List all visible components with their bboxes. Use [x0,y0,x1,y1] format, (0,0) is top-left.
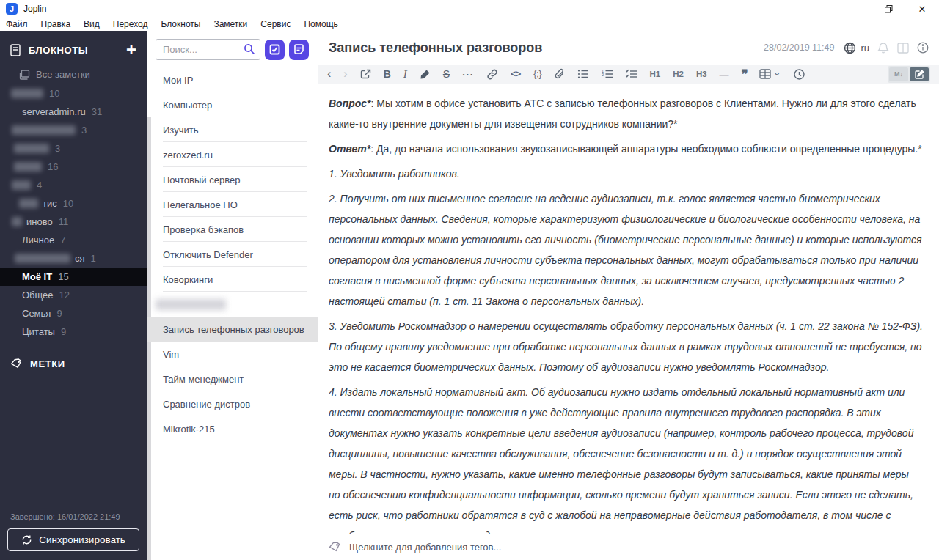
insert-datetime-icon[interactable] [794,69,805,80]
tag-icon [329,542,341,553]
menu-goto[interactable]: Переход [113,19,148,29]
menu-view[interactable]: Вид [84,19,100,29]
note-row-selected[interactable]: Запись телефонных разговоров [147,317,318,342]
notebook-icon [10,44,21,56]
sidebar-item-semya[interactable]: Семья 9 [0,304,147,323]
note-row[interactable]: Нелегальное ПО [147,192,318,217]
tags-header-label: МЕТКИ [30,358,65,369]
external-edit-icon[interactable] [360,69,371,80]
restore-button[interactable] [872,0,905,18]
tag-icon [10,358,23,369]
sidebar-item-inovo[interactable]: иново 11 [0,213,147,231]
menu-notes[interactable]: Заметки [213,19,247,29]
search-box [156,39,260,60]
checklist-icon[interactable] [626,69,637,79]
paragraph-question: Вопрос*: Мы хотим в офисе установить АТС… [329,93,923,134]
more-formats-button[interactable]: ··· [462,69,474,80]
note-row[interactable]: Почтовый сервер [147,167,318,192]
redacted-label [14,144,49,153]
note-row[interactable]: zeroxzed.ru [147,142,318,167]
new-note-button[interactable] [289,40,309,60]
note-body[interactable]: Вопрос*: Мы хотим в офисе установить АТС… [318,84,939,534]
close-button[interactable]: ✕ [905,0,939,18]
sync-icon [21,534,32,545]
blockquote-button[interactable]: ❞ [742,67,747,82]
back-button[interactable]: ‹ [327,67,331,81]
sync-status: Завершено: 16/01/2022 21:49 [10,512,139,521]
richtext-view-toggle[interactable] [910,67,929,81]
sidebar-item-sya[interactable]: ся 1 [0,249,147,268]
sidebar-item-tis[interactable]: тис 10 [0,194,147,213]
note-row-redacted[interactable] [147,292,318,317]
redacted-note-title [156,299,226,310]
horizontal-rule-button[interactable]: — [720,69,729,80]
link-icon[interactable] [486,69,498,80]
spellcheck-language[interactable]: ru [861,43,869,54]
search-icon [244,43,255,55]
menu-notebooks[interactable]: Блокноты [161,19,200,29]
sidebar-item-serveradmin[interactable]: serveradmin.ru 31 [0,103,147,121]
redacted-prefix [19,199,38,208]
menu-edit[interactable]: Правка [41,19,71,29]
insert-table-button[interactable]: ⌄ [759,69,781,79]
sidebar-item-lichnoe[interactable]: Личное 7 [0,231,147,249]
sidebar-item-redacted[interactable]: 16 [0,158,147,176]
note-row[interactable]: Mikrotik-215 [147,416,318,441]
sidebar-item-redacted[interactable]: 3 [0,121,147,139]
sidebar-item-redacted[interactable]: 3 [0,139,147,158]
bold-button[interactable]: B [384,68,391,80]
sidebar-item-citaty[interactable]: Цитаты 9 [0,323,147,341]
note-row[interactable]: Отключить Defender [147,242,318,267]
menu-help[interactable]: Помощь [304,19,337,29]
heading1-button[interactable]: H1 [650,70,661,78]
note-row[interactable]: Vim [147,342,318,366]
paragraph-2: 2. Получить от них письменное согласие н… [329,188,923,312]
italic-button[interactable]: I [403,68,407,81]
sidebar-item-redacted[interactable]: 10 [0,84,147,103]
numbered-list-icon[interactable]: 12 [602,69,613,79]
attach-icon[interactable] [555,68,565,80]
add-tags-label: Щелкните для добавления тегов... [349,542,501,553]
bullet-list-icon[interactable] [577,69,589,79]
redacted-label [11,89,43,98]
note-icon [293,44,304,55]
inline-code-button[interactable]: <> [511,69,521,79]
notes: Мои IP Компьютер Изучить zeroxzed.ru Поч… [147,66,318,441]
table-icon [759,69,771,79]
new-todo-button[interactable] [265,40,285,60]
note-row[interactable]: Проверка бэкапов [147,217,318,242]
menu-tools[interactable]: Сервис [260,19,291,29]
sidebar-item-obshchee[interactable]: Общее 12 [0,286,147,304]
minimize-button[interactable]: — [838,0,872,18]
synchronize-button[interactable]: Синхронизировать [7,528,139,551]
layout-columns-icon [897,43,909,54]
markdown-view-toggle[interactable]: M↓ [889,67,908,81]
note-row[interactable]: Сравнение дистров [147,391,318,416]
note-row[interactable]: Компьютер [147,92,318,117]
editor-toolbar: ‹ › B I S ··· <> {;} [318,65,939,84]
sidebar-item-all-notes[interactable]: Все заметки [0,65,147,84]
menu-file[interactable]: Файл [6,19,28,29]
redacted-label [12,125,76,135]
heading2-button[interactable]: H2 [673,70,684,78]
sidebar-item-redacted[interactable]: 4 [0,176,147,194]
restore-icon [885,5,893,13]
note-row[interactable]: Тайм менеджмент [147,366,318,391]
tag-bar[interactable]: Щелкните для добавления тегов... [318,534,939,560]
chevron-down-icon: ⌄ [773,67,781,78]
menu-bar: Файл Правка Вид Переход Блокноты Заметки… [0,18,939,31]
strikethrough-button[interactable]: S [443,68,450,80]
note-title[interactable]: Запись телефонных разговоров [329,40,542,56]
redacted-label [14,162,42,172]
note-row[interactable]: Мои IP [147,67,318,92]
heading3-button[interactable]: H3 [696,70,707,78]
code-block-button[interactable]: {;} [533,69,541,79]
forward-button: › [343,67,347,81]
note-row[interactable]: Изучить [147,117,318,142]
add-notebook-button[interactable]: + [126,43,136,57]
note-row[interactable]: Коворкинги [147,267,318,292]
sidebar-item-moe-it[interactable]: Моё IT 15 [0,268,147,286]
tags-header: МЕТКИ [0,341,147,375]
highlight-pen-icon[interactable] [420,69,431,80]
search-row [147,31,318,66]
